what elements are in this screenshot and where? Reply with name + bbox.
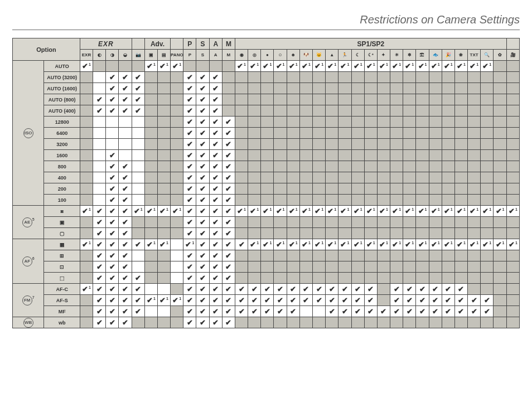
cell (209, 61, 222, 72)
cell: ✔ (93, 94, 106, 105)
cell (248, 139, 261, 150)
cell (338, 183, 351, 195)
cell (454, 217, 467, 228)
cell (157, 228, 170, 239)
cell (287, 105, 299, 117)
cell (287, 273, 299, 284)
cell (494, 117, 506, 128)
cell (403, 228, 416, 239)
cell: ✔ (119, 273, 132, 284)
settings-matrix: OptionEXRAdv.PSAMSP1/SP2EXR◐◑◒📷▣▤PANOPSA… (12, 38, 520, 328)
cell: ✔ (351, 284, 364, 295)
cell: ✔1 (377, 206, 390, 217)
cell (403, 261, 416, 273)
cell (157, 217, 170, 228)
cell (80, 72, 93, 83)
cell (377, 94, 390, 105)
cell (299, 172, 312, 183)
cell: ✔ (132, 72, 144, 83)
cell (468, 117, 481, 128)
cell (313, 217, 326, 228)
cell: ✔1 (287, 206, 299, 217)
cell: ✔ (183, 273, 196, 284)
cell (261, 139, 274, 150)
cell (351, 161, 364, 172)
cell (506, 317, 519, 328)
cell: ✔ (106, 150, 119, 161)
cell (416, 72, 429, 83)
cell (377, 161, 390, 172)
cell (506, 83, 519, 94)
cell (80, 139, 93, 150)
cell (442, 317, 454, 328)
cell (93, 61, 106, 72)
cell (364, 83, 377, 94)
col-A: A (209, 50, 222, 61)
cell (429, 273, 442, 284)
cell (274, 183, 287, 195)
cell (93, 83, 106, 94)
cell: ✔1 (287, 61, 299, 72)
cell (261, 117, 274, 128)
cell (494, 139, 506, 150)
cell (235, 317, 248, 328)
cell: ✔ (106, 284, 119, 295)
cell: ✔ (196, 128, 209, 139)
cell (132, 261, 144, 273)
cell: ✔1 (157, 61, 170, 72)
cell (157, 183, 170, 195)
cell: ✔1 (299, 239, 312, 250)
cell (274, 261, 287, 273)
col-SP-Sunset: ☀ (390, 50, 403, 61)
cell (481, 72, 494, 83)
cell (132, 195, 144, 206)
cell (157, 284, 170, 295)
cell: ✔ (209, 217, 222, 228)
cell: ✔ (454, 295, 467, 306)
row-ae-multi: ◙ (44, 206, 80, 217)
cell: ✔1 (248, 61, 261, 72)
cell (351, 72, 364, 83)
cell (442, 195, 454, 206)
cell (403, 250, 416, 261)
cell (326, 172, 338, 183)
side-AF: AF6 (13, 239, 44, 284)
cell (235, 83, 248, 94)
col-SP-Party: 🎉 (442, 50, 454, 61)
cell: ✔ (429, 295, 442, 306)
cell (416, 128, 429, 139)
cell: ✔ (248, 295, 261, 306)
cell (454, 105, 467, 117)
cell: ✔ (313, 295, 326, 306)
cell (338, 317, 351, 328)
cell (506, 117, 519, 128)
cell (481, 261, 494, 273)
cell (235, 128, 248, 139)
cell (132, 161, 144, 172)
cell: ✔ (403, 306, 416, 317)
group- (506, 38, 519, 50)
cell: ✔1 (468, 206, 481, 217)
cell (326, 195, 338, 206)
cell: ✔ (274, 284, 287, 295)
cell: ✔ (222, 250, 235, 261)
cell (235, 150, 248, 161)
cell (144, 195, 157, 206)
cell (351, 217, 364, 228)
cell: ✔ (196, 117, 209, 128)
cell (326, 273, 338, 284)
cell (377, 150, 390, 161)
cell (93, 117, 106, 128)
cell (377, 139, 390, 150)
cell (299, 217, 312, 228)
cell: ✔ (429, 306, 442, 317)
cell: ✔ (196, 94, 209, 105)
cell (390, 94, 403, 105)
cell (157, 94, 170, 105)
cell: ✔1 (80, 206, 93, 217)
cell (313, 117, 326, 128)
cell (403, 273, 416, 284)
col-Adv2: ▤ (157, 50, 170, 61)
cell: ✔ (196, 217, 209, 228)
cell (313, 105, 326, 117)
